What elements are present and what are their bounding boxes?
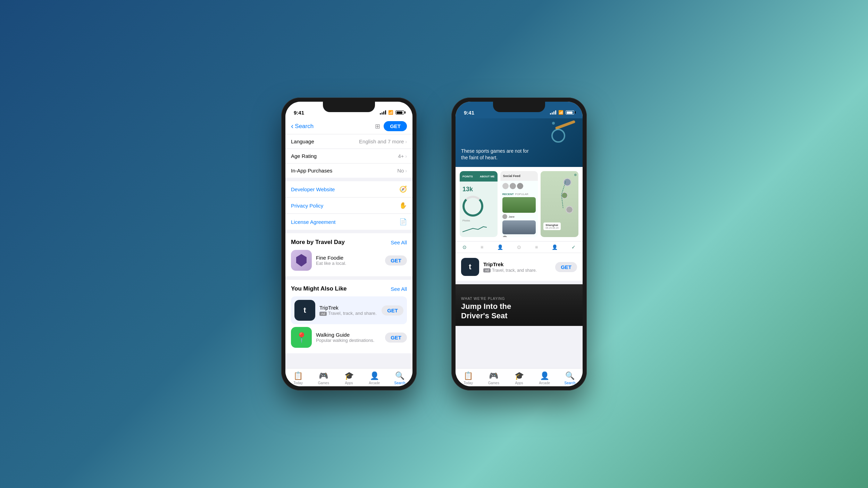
screenshot-2-img2: [502, 220, 536, 234]
signal-icon-1: [380, 110, 386, 115]
notch-1: [323, 102, 375, 112]
gallery-tab-7[interactable]: ✓: [571, 244, 576, 250]
walking-guide-subtitle: Popular walking destinations.: [316, 338, 381, 343]
hand-icon: ✋: [399, 202, 407, 209]
gallery-tab-3[interactable]: 👤: [497, 244, 503, 250]
license-agreement-link: License Agreement: [291, 219, 335, 225]
ad-get-button[interactable]: GET: [555, 262, 577, 272]
apps-icon: 🎓: [344, 371, 354, 380]
wifi-icon-2: 📶: [558, 110, 564, 115]
screenshot-2-avatars: [500, 181, 538, 191]
language-label: Language: [291, 138, 314, 144]
tab2-today[interactable]: 📋 Today: [456, 371, 481, 385]
screenshot-2-user1: Jane: [500, 214, 538, 219]
back-label: Search: [295, 123, 314, 130]
arcade-icon: 👤: [370, 371, 379, 380]
today-icon-2: 📋: [464, 371, 473, 380]
svg-line-1: [561, 195, 563, 209]
age-rating-row[interactable]: Age Rating 4+ ›: [285, 149, 412, 163]
ad-label-badge: Ad: [483, 268, 491, 272]
gallery-tab-5[interactable]: ≡: [535, 244, 538, 250]
also-like-see-all[interactable]: See All: [391, 286, 407, 292]
license-agreement-row[interactable]: License Agreement 📄: [285, 214, 412, 230]
walking-guide-get-button[interactable]: GET: [385, 333, 407, 343]
triptrek-info: TripTrek Ad Travel, track, and share.: [319, 305, 377, 316]
apps-icon-2: 🎓: [515, 371, 524, 380]
language-text: English and 7 more: [359, 138, 404, 144]
age-rating-value: 4+ ›: [398, 153, 407, 159]
tab-apps[interactable]: 🎓 Apps: [336, 371, 361, 385]
get-button-nav[interactable]: GET: [384, 121, 407, 131]
tab-today[interactable]: 📋 Today: [285, 371, 311, 385]
triptrek-item[interactable]: t TripTrek Ad Travel, track, and share. …: [291, 296, 407, 324]
inapp-purchases-row[interactable]: In-App Purchases No ›: [285, 163, 412, 178]
inapp-value: No ›: [397, 168, 407, 174]
fine-foodie-icon: [291, 250, 312, 271]
more-by-see-all[interactable]: See All: [391, 239, 407, 245]
developer-website-row[interactable]: Developer Website 🧭: [285, 181, 412, 197]
shanghai-label: Shanghai 06.15-06.24: [543, 222, 560, 230]
screenshot-1-content: 13k Photos: [460, 182, 498, 236]
tab2-search[interactable]: 🔍 Search: [557, 371, 583, 385]
status-icons-2: 📶: [550, 110, 574, 115]
age-rating-text: 4+: [398, 153, 404, 159]
ad-card: t TripTrek Ad Travel, track, and share. …: [456, 253, 583, 281]
links-section: Developer Website 🧭 Privacy Policy ✋ Lic…: [285, 181, 412, 230]
games-icon-2: 🎮: [489, 371, 498, 380]
fine-foodie-info: Fine Foodie Eat like a local.: [316, 255, 381, 266]
fine-foodie-get-button[interactable]: GET: [385, 255, 407, 266]
sports-title: These sports games are not forthe faint …: [461, 148, 577, 161]
language-row[interactable]: Language English and 7 more ›: [285, 134, 412, 149]
search-label-2: Search: [565, 381, 576, 385]
tab-bar-2: 📋 Today 🎮 Games 🎓 Apps 👤 Arcade: [456, 368, 583, 386]
map-expand-icon: ⊕: [574, 173, 577, 177]
screenshot-2-header: Social Feed: [500, 171, 538, 181]
phone-2: 9:41 📶: [451, 98, 587, 390]
gallery-tab-6[interactable]: 👤: [552, 244, 558, 250]
phone-1-screen: 9:41 📶: [285, 102, 412, 386]
tab2-arcade[interactable]: 👤 Arcade: [532, 371, 557, 385]
walking-guide-item: 📍 Walking Guide Popular walking destinat…: [291, 327, 407, 348]
search-label: Search: [394, 381, 406, 385]
triptrek-get-button[interactable]: GET: [382, 305, 403, 315]
gallery-tab-1[interactable]: ⊙: [462, 244, 467, 250]
tab-arcade[interactable]: 👤 Arcade: [362, 371, 387, 385]
compass-icon: 🧭: [399, 185, 407, 193]
phone-2-screen: 9:41 📶: [456, 102, 583, 386]
sports-banner: These sports games are not forthe faint …: [456, 118, 583, 167]
phones-container: 9:41 📶: [281, 98, 587, 390]
playing-label: WHAT WE'RE PLAYING: [461, 297, 577, 301]
tab2-apps[interactable]: 🎓 Apps: [506, 371, 532, 385]
tab2-games[interactable]: 🎮 Games: [481, 371, 506, 385]
screenshot-2-img1: [502, 197, 536, 213]
today-label: Today: [293, 381, 303, 385]
arcade-icon-2: 👤: [540, 371, 549, 380]
tab-search[interactable]: 🔍 Search: [387, 371, 412, 385]
gallery-tab-4[interactable]: ⊙: [517, 244, 521, 250]
back-button[interactable]: ‹ Search: [291, 123, 314, 130]
phone1-content: ‹ Search ⊞ GET Language: [285, 118, 412, 386]
games-icon: 🎮: [319, 371, 328, 380]
games-label: Games: [318, 381, 329, 385]
games-label-2: Games: [488, 381, 499, 385]
tab-games[interactable]: 🎮 Games: [311, 371, 336, 385]
privacy-policy-row[interactable]: Privacy Policy ✋: [285, 197, 412, 214]
triptrek-name: TripTrek: [319, 305, 377, 311]
age-rating-chevron: ›: [405, 153, 407, 159]
gallery-tab-2[interactable]: ≡: [481, 244, 483, 250]
inapp-text: No: [397, 168, 404, 174]
screenshot-3-map: Shanghai 06.15-06.24 ⊕: [541, 171, 578, 237]
language-value: English and 7 more ›: [359, 138, 407, 144]
sports-text: These sports games are not forthe faint …: [461, 148, 577, 161]
inapp-label: In-App Purchases: [291, 168, 332, 174]
filter-icon[interactable]: ⊞: [375, 123, 380, 130]
fine-foodie-subtitle: Eat like a local.: [316, 261, 381, 266]
screenshot-2-user2: Luke: [500, 234, 538, 237]
playing-text: WHAT WE'RE PLAYING Jump Into theDriver's…: [461, 297, 577, 320]
screenshot-3: Shanghai 06.15-06.24 ⊕: [541, 171, 578, 237]
also-like-section: You Might Also Like See All t TripTrek: [285, 280, 412, 353]
screenshot-2-tabs: RECENTPOPULAR: [500, 193, 538, 196]
status-time-1: 9:41: [294, 110, 304, 116]
info-section: Language English and 7 more › Age Rating…: [285, 134, 412, 178]
ad-badge: Ad: [319, 312, 327, 316]
